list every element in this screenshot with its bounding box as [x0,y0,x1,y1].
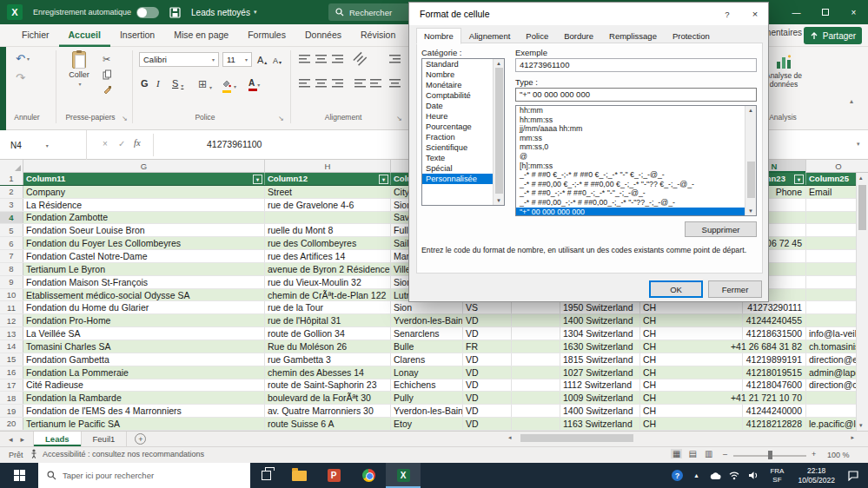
bold-button[interactable]: G [141,78,149,89]
font-name-select[interactable]: Calibri▾ [139,52,219,67]
cell[interactable]: 1304 Switzerland [560,327,640,340]
cell[interactable]: Tertianum Le Byron [23,263,265,275]
cell[interactable] [512,353,560,366]
formula-input[interactable]: 41273961100 [207,139,262,149]
paste-button[interactable]: Coller ▾ [63,51,96,87]
category-item[interactable]: Monétaire [422,80,493,90]
cell[interactable]: Cité Radieuse [23,379,265,392]
ribbon-tab-données[interactable]: Données [295,24,351,47]
align-right-icon[interactable] [332,79,343,88]
format-code-item[interactable]: _-* # ##0 €_-;-* # ##0 €_-;_-* "-" €_-;_… [516,170,745,180]
format-code-item[interactable]: "+" 00 000 000 000 [516,208,745,215]
cell[interactable]: Lonay [391,366,463,379]
row-header-20[interactable]: 20 [0,418,23,430]
format-code-item[interactable]: @ [516,152,745,162]
align-top-icon[interactable] [299,55,310,63]
format-code-item[interactable]: mm:ss,0 [516,142,745,152]
ribbon-tab-fichier[interactable]: Fichier [12,24,59,47]
close-button[interactable]: × [839,0,868,24]
excel-logo-icon[interactable]: X [7,4,23,20]
cell[interactable]: rue du Vieux-Moulin 32 [265,276,391,288]
select-all-corner[interactable] [0,160,23,173]
cell[interactable]: Rue du Moléson 26 [265,340,391,353]
chrome-button[interactable] [351,463,386,488]
cell[interactable]: VD [463,366,512,379]
cell[interactable]: VD [463,353,512,366]
decrease-indent-icon[interactable] [354,79,366,88]
category-item[interactable]: Spécial [422,163,493,174]
column-header-H[interactable]: H [265,160,391,173]
sheet-tab-leads[interactable]: Leads [33,432,81,446]
taskbar-search[interactable]: Taper ici pour rechercher [38,463,250,488]
cell[interactable] [512,327,560,340]
cut-button[interactable]: ✂ [103,54,110,65]
align-center-icon[interactable] [315,79,327,88]
scroll-down-icon[interactable]: ▼ [748,208,753,214]
save-icon[interactable] [169,7,181,18]
clipboard-dialog-launcher-icon[interactable]: ↘ [122,115,128,122]
cell[interactable]: rue des Collombeyres [265,237,391,249]
category-scrollbar[interactable]: ▲ ▼ [493,59,504,205]
cell[interactable]: avenue de Byron 2 Résidence [265,263,391,275]
cell[interactable]: 41219899191 [743,353,806,366]
underline-button[interactable]: S▾ [172,78,183,89]
delete-format-button[interactable]: Supprimer [685,221,757,237]
cell[interactable]: ruelle du Mont 8 [265,224,391,236]
help-tray-button[interactable]: ? [667,463,686,488]
previous-sheet-icon[interactable]: ◂ [9,435,13,444]
cancel-entry-icon[interactable]: × [103,139,108,148]
onedrive-tray-button[interactable] [706,463,725,488]
italic-button[interactable]: I [156,78,160,89]
network-tray-button[interactable] [725,463,744,488]
category-item[interactable]: Heure [422,111,493,122]
formula-bar-expand-icon[interactable]: ▾ [857,141,860,148]
scroll-thumb[interactable] [747,162,755,198]
cell[interactable]: rue de la Tour [265,301,391,313]
cell[interactable]: rue de l'Hôpital 31 [265,314,391,326]
cell[interactable]: Fondation Soeur Louise Bron [23,224,265,236]
format-code-item[interactable]: mm:ss [516,134,745,143]
cell[interactable]: 41218019515 [743,366,806,379]
cell[interactable]: CH [640,392,743,404]
ribbon-tab-formules[interactable]: Formules [238,24,295,47]
column-header-O[interactable]: O [806,160,868,173]
autosave-toggle[interactable] [136,7,159,18]
dialog-help-icon[interactable]: ? [715,3,739,25]
category-item[interactable]: Pourcentage [422,122,493,132]
cell[interactable]: chemin de CrÃªt-de-Plan 122 [265,289,391,301]
powerpoint-button[interactable]: P [316,463,351,488]
name-box-chevron-icon[interactable]: ▾ [46,142,49,148]
borders-button[interactable]: ⊞▾ [198,78,212,90]
cell[interactable] [512,301,560,313]
cell[interactable]: Column12▾ [265,173,391,185]
row-header-4[interactable]: 4 [0,212,23,224]
ribbon-tab-mise-en-page[interactable]: Mise en page [164,24,238,47]
workbook-title-chevron-icon[interactable]: ▾ [254,9,257,16]
cell[interactable]: 1400 Switzerland [560,314,640,326]
cell[interactable]: Fondation du Home du Glarier [23,301,265,313]
zoom-level[interactable]: 100 % [827,451,850,459]
dialog-close-icon[interactable]: × [742,3,768,25]
format-code-item[interactable]: _-* # ##0_-;-* # ##0_-;_-* "-"_-;_-@_- [516,188,745,198]
category-item[interactable]: Date [422,101,493,111]
vertical-scroll-thumb[interactable] [858,185,866,230]
cell[interactable]: 1163 Switzerland [560,418,640,430]
cell[interactable]: 1630 Switzerland [560,340,640,353]
sheet-tab-feuil1[interactable]: Feuil1 [82,432,128,446]
row-header-15[interactable]: 15 [0,353,23,366]
cell[interactable]: CH [640,340,743,353]
cell[interactable] [512,366,560,379]
row-header-11[interactable]: 11 [0,301,23,313]
cell[interactable] [512,314,560,326]
row-header-8[interactable]: 8 [0,263,23,275]
cell[interactable]: +41 21 721 10 70 [743,392,806,404]
category-item[interactable]: Standard [422,59,493,69]
cell[interactable]: Etablissement médico-social Odysse SA [23,289,265,301]
ribbon-tab-révision[interactable]: Révision [351,24,405,47]
share-button[interactable]: Partager [804,27,862,44]
scroll-up-icon[interactable]: ▴ [859,175,863,181]
cell[interactable]: VD [463,379,512,392]
cell[interactable]: 1027 Switzerland [560,366,640,379]
row-header-16[interactable]: 16 [0,366,23,379]
align-left-icon[interactable] [299,79,310,88]
